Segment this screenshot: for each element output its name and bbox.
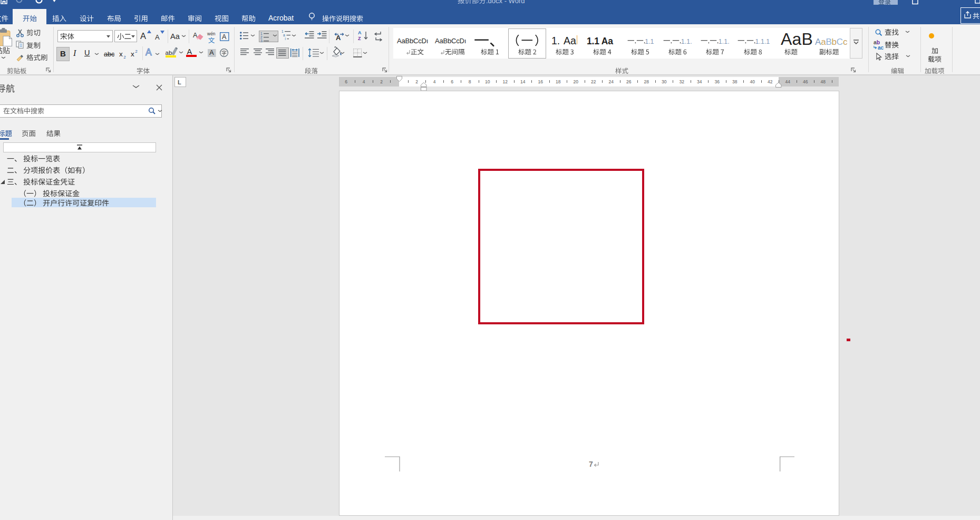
svg-text:1: 1 — [260, 32, 263, 35]
svg-text:a: a — [283, 33, 285, 37]
svg-text:2: 2 — [260, 35, 263, 39]
svg-text:i: i — [285, 37, 286, 41]
svg-text:1: 1 — [282, 30, 284, 33]
svg-text:3: 3 — [260, 39, 263, 43]
